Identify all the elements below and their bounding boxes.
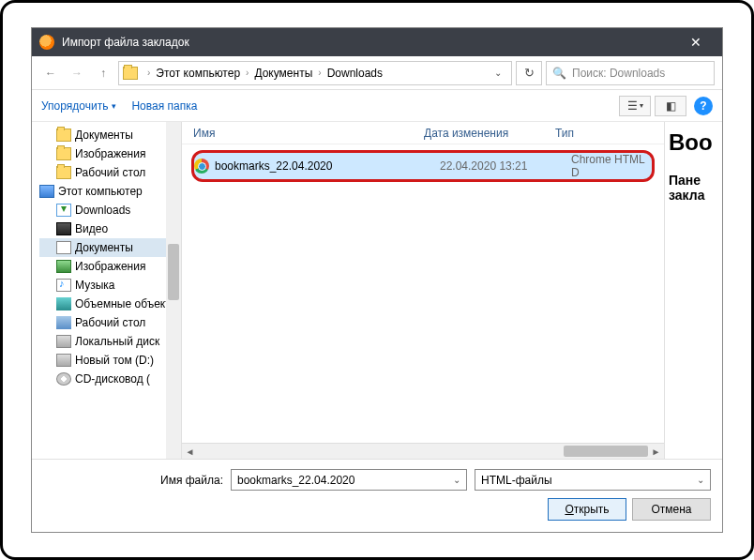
- col-name[interactable]: Имя: [193, 127, 424, 140]
- col-type[interactable]: Тип: [555, 127, 653, 140]
- chevron-down-icon[interactable]: ⌄: [453, 475, 460, 485]
- path-dropdown[interactable]: ⌄: [489, 68, 507, 78]
- filename-label: Имя файла:: [43, 474, 231, 487]
- breadcrumb-bar[interactable]: › Этот компьютер › Документы › Downloads…: [118, 61, 512, 85]
- chrome-icon: [194, 159, 209, 174]
- refresh-button[interactable]: ↻: [516, 61, 542, 85]
- preview-h3a: Пане: [669, 173, 718, 188]
- desk-icon: [56, 316, 71, 329]
- firefox-icon: [39, 35, 54, 50]
- filetype-select[interactable]: HTML-файлы⌄: [475, 469, 711, 491]
- tree-item[interactable]: Музыка: [39, 276, 181, 295]
- img-icon: [56, 260, 71, 273]
- file-list[interactable]: bookmarks_22.04.202022.04.2020 13:21Chro…: [182, 144, 664, 443]
- tree-item-label: Видео: [75, 222, 108, 235]
- tree-item-label: Рабочий стол: [75, 166, 145, 179]
- tree-item[interactable]: Изображения: [39, 144, 181, 163]
- tree-item[interactable]: Видео: [39, 219, 181, 238]
- open-button[interactable]: Открыть: [548, 498, 626, 521]
- folder-icon: [56, 129, 71, 142]
- forward-button[interactable]: →: [66, 62, 88, 84]
- file-date: 22.04.2020 13:21: [440, 159, 571, 173]
- file-name: bookmarks_22.04.2020: [215, 159, 440, 173]
- tree-scrollbar[interactable]: [166, 122, 181, 459]
- tree-item-label: Новый том (D:): [75, 354, 154, 367]
- cd-icon: [56, 372, 71, 386]
- new-folder-button[interactable]: Новая папка: [131, 99, 197, 113]
- tree-item-label: CD-дисковод (: [75, 372, 150, 386]
- chevron-down-icon[interactable]: ⌄: [697, 475, 704, 485]
- crumb-docs[interactable]: Документы: [252, 67, 314, 80]
- tree-item-label: Изображения: [75, 260, 145, 273]
- close-button[interactable]: ✕: [677, 35, 715, 50]
- dl-icon: [56, 204, 71, 217]
- view-list-button[interactable]: ☰▾: [619, 96, 651, 116]
- tree-item-label: Рабочий стол: [75, 316, 145, 329]
- tree-item-label: Локальный диск: [75, 335, 159, 348]
- window-title: Импорт файла закладок: [62, 36, 677, 49]
- tree-item-label: Документы: [75, 129, 133, 142]
- music-icon: [56, 279, 71, 292]
- pc-icon: [39, 185, 54, 198]
- tree-item[interactable]: Новый том (D:): [39, 351, 181, 370]
- preview-h3b: закла: [669, 188, 718, 203]
- crumb-pc[interactable]: Этот компьютер: [154, 67, 242, 80]
- organize-menu[interactable]: Упорядочить▾: [41, 99, 116, 113]
- drive-icon: [56, 354, 71, 367]
- preview-pane: Boo Пане закла: [664, 122, 722, 459]
- file-row[interactable]: bookmarks_22.04.202022.04.2020 13:21Chro…: [191, 150, 655, 182]
- help-button[interactable]: ?: [694, 97, 713, 115]
- tree-item-label: Объемные объекты: [75, 297, 178, 310]
- tree-item[interactable]: Downloads: [39, 201, 181, 219]
- search-placeholder: Поиск: Downloads: [572, 67, 665, 80]
- folder-icon: [123, 67, 138, 80]
- 3d-icon: [56, 297, 71, 310]
- tree-item[interactable]: Объемные объекты: [39, 295, 181, 313]
- tree-item[interactable]: Рабочий стол: [39, 163, 181, 182]
- tree-item[interactable]: Документы: [39, 238, 181, 257]
- nav-row: ← → ↑ › Этот компьютер › Документы › Dow…: [32, 56, 722, 90]
- folder-icon: [56, 147, 71, 160]
- view-preview-button[interactable]: ◧: [655, 96, 686, 116]
- tree-item-label: Изображения: [75, 147, 145, 160]
- tree-item[interactable]: Этот компьютер: [39, 182, 181, 201]
- folder-tree: ДокументыИзображенияРабочий столЭтот ком…: [32, 122, 182, 459]
- tree-item[interactable]: Локальный диск: [39, 332, 181, 351]
- tree-item[interactable]: CD-дисковод (: [39, 370, 181, 388]
- file-pane: Имя Дата изменения Тип bookmarks_22.04.2…: [182, 122, 664, 459]
- back-button[interactable]: ←: [39, 62, 62, 84]
- tree-item[interactable]: Документы: [39, 126, 181, 144]
- search-icon: 🔍: [552, 67, 566, 80]
- horizontal-scrollbar[interactable]: ◄►: [182, 443, 664, 459]
- up-button[interactable]: ↑: [92, 62, 114, 84]
- titlebar: Импорт файла закладок ✕: [32, 28, 722, 56]
- col-date[interactable]: Дата изменения: [424, 127, 555, 140]
- tree-item[interactable]: Рабочий стол: [39, 313, 181, 332]
- bottom-panel: Имя файла: bookmarks_22.04.2020⌄ HTML-фа…: [32, 459, 722, 532]
- toolbar: Упорядочить▾ Новая папка ☰▾ ◧ ?: [32, 90, 722, 122]
- preview-h1: Boo: [669, 129, 718, 156]
- cancel-button[interactable]: Отмена: [632, 498, 711, 521]
- search-input[interactable]: 🔍 Поиск: Downloads: [546, 61, 715, 85]
- folder-icon: [56, 166, 71, 179]
- crumb-downloads[interactable]: Downloads: [325, 67, 385, 80]
- tree-item[interactable]: Изображения: [39, 257, 181, 276]
- video-icon: [56, 222, 71, 235]
- main-area: ДокументыИзображенияРабочий столЭтот ком…: [32, 122, 722, 459]
- tree-item-label: Документы: [75, 241, 133, 254]
- column-header[interactable]: Имя Дата изменения Тип: [182, 122, 664, 144]
- file-type: Chrome HTML D: [571, 153, 652, 179]
- drive-icon: [56, 335, 71, 348]
- filename-input[interactable]: bookmarks_22.04.2020⌄: [231, 469, 467, 491]
- tree-item-label: Этот компьютер: [58, 185, 143, 198]
- doc-icon: [56, 241, 71, 254]
- tree-item-label: Музыка: [75, 279, 114, 292]
- tree-item-label: Downloads: [75, 204, 130, 217]
